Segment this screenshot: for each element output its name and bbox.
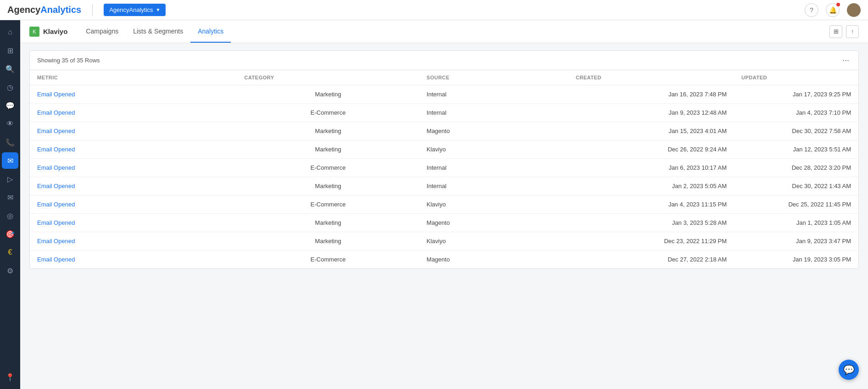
- chat-bubble-button[interactable]: 💬: [839, 360, 859, 380]
- table-row: Email OpenedE-CommerceKlaviyoJan 4, 2023…: [30, 195, 858, 214]
- arrow-right-icon: ▷: [7, 175, 13, 183]
- updated-cell: Dec 25, 2022 11:45 PM: [734, 195, 858, 214]
- grid-view-button[interactable]: ⊞: [829, 25, 842, 38]
- user-avatar[interactable]: [847, 3, 861, 17]
- created-cell: Jan 16, 2023 7:48 PM: [568, 85, 734, 104]
- tab-analytics[interactable]: Analytics: [190, 20, 231, 43]
- created-cell: Jan 2, 2023 5:05 AM: [568, 177, 734, 195]
- sidebar-item-chat[interactable]: 💬: [2, 97, 18, 114]
- created-cell: Jan 15, 2023 4:01 AM: [568, 122, 734, 140]
- sidebar-item-email[interactable]: ✉: [2, 152, 18, 169]
- logo-area: AgencyAnalytics AgencyAnalytics ▼: [7, 4, 805, 16]
- table-row: Email OpenedMarketingMagentoJan 15, 2023…: [30, 122, 858, 140]
- email-icon: ✉: [7, 156, 13, 165]
- brand-icon: K: [29, 27, 39, 37]
- metric-link[interactable]: Email Opened: [37, 91, 75, 98]
- created-cell: Jan 9, 2023 12:48 AM: [568, 104, 734, 122]
- phone-icon: 📞: [6, 138, 15, 147]
- chat-bubble-icon: 💬: [843, 364, 855, 375]
- created-cell: Dec 23, 2022 11:29 PM: [568, 232, 734, 250]
- chevron-down-icon: ▼: [156, 7, 161, 12]
- updated-cell: Jan 1, 2023 1:05 AM: [734, 214, 858, 232]
- category-cell: Marketing: [237, 232, 419, 250]
- created-cell: Dec 27, 2022 2:18 AM: [568, 250, 734, 269]
- metric-link[interactable]: Email Opened: [37, 201, 75, 208]
- table-head: METRIC CATEGORY SOURCE CREATED UPDATED: [30, 70, 858, 85]
- settings-icon: ⚙: [7, 267, 13, 275]
- target-icon: 🎯: [6, 230, 15, 239]
- updated-cell: Jan 4, 2023 7:10 PM: [734, 104, 858, 122]
- table-body: Email OpenedMarketingInternalJan 16, 202…: [30, 85, 858, 269]
- top-header: AgencyAnalytics AgencyAnalytics ▼ ? 🔔: [0, 0, 868, 20]
- sidebar-item-arrow[interactable]: ▷: [2, 171, 18, 187]
- sidebar-item-grid[interactable]: ⊞: [2, 42, 18, 59]
- category-cell: E-Commerce: [237, 159, 419, 177]
- sidebar-item-location[interactable]: 📍: [2, 369, 18, 385]
- metric-link[interactable]: Email Opened: [37, 238, 75, 245]
- created-cell: Dec 26, 2022 9:24 AM: [568, 140, 734, 159]
- tab-lists-segments[interactable]: Lists & Segments: [126, 20, 190, 43]
- updated-cell: Dec 30, 2022 7:58 AM: [734, 122, 858, 140]
- metric-link[interactable]: Email Opened: [37, 256, 75, 263]
- bell-icon: 🔔: [829, 6, 837, 14]
- tab-campaigns[interactable]: Campaigns: [78, 20, 126, 43]
- sidebar-item-mail2[interactable]: ✉: [2, 189, 18, 206]
- sidebar-item-coin[interactable]: €: [2, 244, 18, 261]
- sidebar-item-home[interactable]: ⌂: [2, 24, 18, 40]
- source-cell: Internal: [419, 85, 568, 104]
- created-cell: Jan 4, 2023 11:15 PM: [568, 195, 734, 214]
- col-header-metric: METRIC: [30, 70, 237, 85]
- table-row: Email OpenedE-CommerceInternalJan 6, 202…: [30, 159, 858, 177]
- notification-button[interactable]: 🔔: [826, 3, 840, 17]
- coin-icon: €: [8, 248, 12, 256]
- mail-icon: ✉: [7, 193, 13, 202]
- category-cell: E-Commerce: [237, 104, 419, 122]
- category-cell: Marketing: [237, 140, 419, 159]
- sidebar-item-settings[interactable]: ⚙: [2, 262, 18, 279]
- sub-header-right: ⊞ ↑: [829, 25, 859, 38]
- table-header-columns: METRIC CATEGORY SOURCE CREATED UPDATED: [30, 70, 858, 85]
- sidebar-item-target[interactable]: 🎯: [2, 226, 18, 242]
- data-table: METRIC CATEGORY SOURCE CREATED UPDATED E…: [30, 70, 858, 268]
- home-icon: ⌂: [8, 28, 12, 36]
- metric-link[interactable]: Email Opened: [37, 109, 75, 116]
- metric-link[interactable]: Email Opened: [37, 183, 75, 189]
- agency-dropdown-button[interactable]: AgencyAnalytics ▼: [104, 4, 166, 16]
- logo-analytics-part: Analytics: [40, 5, 81, 15]
- sidebar-item-listen[interactable]: 👁: [2, 116, 18, 132]
- sidebar-item-phone[interactable]: 📞: [2, 134, 18, 150]
- main-wrapper: K Klaviyo Campaigns Lists & Segments Ana…: [20, 20, 868, 389]
- sidebar-item-search[interactable]: 🔍: [2, 61, 18, 77]
- updated-cell: Jan 12, 2023 5:51 AM: [734, 140, 858, 159]
- metric-link[interactable]: Email Opened: [37, 219, 75, 226]
- category-cell: E-Commerce: [237, 195, 419, 214]
- sidebar-item-clock[interactable]: ◷: [2, 79, 18, 95]
- share-button[interactable]: ↑: [846, 25, 859, 38]
- table-row: Email OpenedMarketingKlaviyoDec 26, 2022…: [30, 140, 858, 159]
- sidebar-item-globe[interactable]: ◎: [2, 207, 18, 224]
- updated-cell: Dec 30, 2022 1:43 AM: [734, 177, 858, 195]
- metric-link[interactable]: Email Opened: [37, 164, 75, 171]
- updated-cell: Jan 19, 2023 3:05 PM: [734, 250, 858, 269]
- source-cell: Klaviyo: [419, 195, 568, 214]
- category-cell: Marketing: [237, 122, 419, 140]
- category-cell: E-Commerce: [237, 250, 419, 269]
- globe-icon: ◎: [7, 211, 13, 220]
- metric-link[interactable]: Email Opened: [37, 128, 75, 134]
- created-cell: Jan 3, 2023 5:28 AM: [568, 214, 734, 232]
- metric-link[interactable]: Email Opened: [37, 146, 75, 153]
- more-options-button[interactable]: ···: [840, 56, 851, 65]
- col-header-category: CATEGORY: [237, 70, 419, 85]
- created-cell: Jan 6, 2023 10:17 AM: [568, 159, 734, 177]
- search-icon: 🔍: [6, 65, 15, 73]
- updated-cell: Jan 9, 2023 3:47 PM: [734, 232, 858, 250]
- table-row: Email OpenedMarketingMagentoJan 3, 2023 …: [30, 214, 858, 232]
- agency-btn-label: AgencyAnalytics: [109, 6, 153, 13]
- table-row: Email OpenedMarketingInternalJan 16, 202…: [30, 85, 858, 104]
- col-header-created: CREATED: [568, 70, 734, 85]
- brand-initial: K: [33, 29, 36, 34]
- table-row: Email OpenedMarketingInternalJan 2, 2023…: [30, 177, 858, 195]
- table-card: Showing 35 of 35 Rows ··· METRIC CATEGOR…: [29, 50, 859, 269]
- sidebar: ⌂ ⊞ 🔍 ◷ 💬 👁 📞 ✉ ▷ ✉ ◎ 🎯 € ⚙ 📍: [0, 20, 20, 389]
- help-button[interactable]: ?: [805, 3, 818, 17]
